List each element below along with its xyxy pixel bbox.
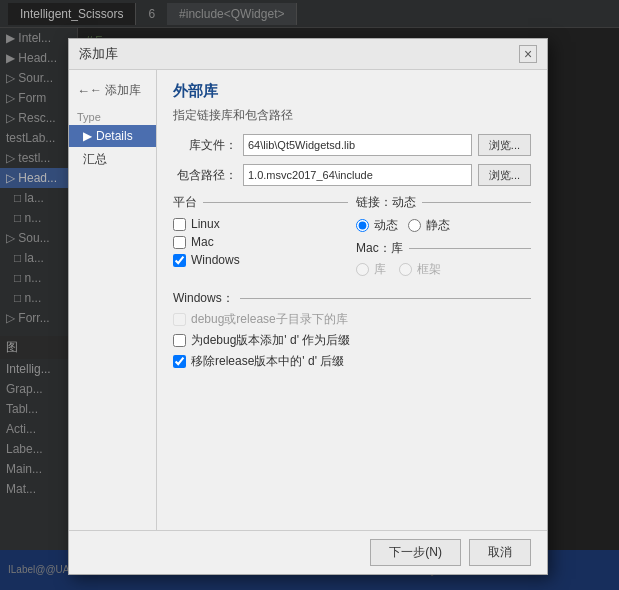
- platform-windows-label: Windows: [191, 253, 240, 267]
- close-button[interactable]: ×: [519, 45, 537, 63]
- nav-item-summary[interactable]: 汇总: [69, 147, 156, 172]
- include-path-label: 包含路径：: [173, 167, 237, 184]
- nav-item-details[interactable]: ▶ Details: [69, 125, 156, 147]
- win-remove-d-row: 移除release版本中的' d' 后缀: [173, 353, 531, 370]
- link-dynamic-row: 动态 静态: [356, 217, 531, 234]
- modal-title: 添加库: [79, 45, 118, 63]
- mac-options-row: 库 框架: [356, 261, 531, 278]
- platform-mac-checkbox[interactable]: [173, 236, 186, 249]
- back-arrow-icon: ←: [77, 83, 90, 98]
- lib-file-browse-button[interactable]: 浏览...: [478, 134, 531, 156]
- windows-section: Windows： debug或release子目录下的库 为debug版本添加'…: [173, 290, 531, 370]
- next-button[interactable]: 下一步(N): [370, 539, 461, 566]
- back-label: ← 添加库: [90, 82, 141, 99]
- back-button[interactable]: ← ← 添加库: [69, 78, 156, 103]
- nav-summary-label: 汇总: [83, 152, 107, 166]
- platform-mac-label: Mac: [191, 235, 214, 249]
- link-label: 链接：动态: [356, 194, 531, 211]
- win-add-d-row: 为debug版本添加' d' 作为后缀: [173, 332, 531, 349]
- link-dynamic-radio[interactable]: [356, 219, 369, 232]
- platform-col: 平台 Linux Mac Windows: [173, 194, 348, 282]
- win-debug-release-row: debug或release子目录下的库: [173, 311, 531, 328]
- platform-windows-row: Windows: [173, 253, 348, 267]
- modal-main-content: 外部库 指定链接库和包含路径 库文件： 浏览... 包含路径： 浏览... 平台: [157, 70, 547, 530]
- nav-details-label: Details: [96, 129, 133, 143]
- win-add-d-label: 为debug版本添加' d' 作为后缀: [191, 332, 350, 349]
- platform-windows-checkbox[interactable]: [173, 254, 186, 267]
- win-debug-release-checkbox: [173, 313, 186, 326]
- include-path-input[interactable]: [243, 164, 472, 186]
- win-remove-d-checkbox[interactable]: [173, 355, 186, 368]
- include-path-row: 包含路径： 浏览...: [173, 164, 531, 186]
- modal-footer: 下一步(N) 取消: [69, 530, 547, 574]
- link-dynamic-label: 动态: [374, 217, 398, 234]
- mac-framework-radio: [399, 263, 412, 276]
- nav-section-type: Type: [69, 103, 156, 125]
- lib-file-label: 库文件：: [173, 137, 237, 154]
- add-library-dialog: 添加库 × ← ← 添加库 Type ▶ Details 汇总 外部库 指定链接…: [68, 38, 548, 575]
- platform-linux-checkbox[interactable]: [173, 218, 186, 231]
- mac-label: Mac：库: [356, 240, 531, 257]
- lib-file-row: 库文件： 浏览...: [173, 134, 531, 156]
- modal-body: ← ← 添加库 Type ▶ Details 汇总 外部库 指定链接库和包含路径…: [69, 70, 547, 530]
- windows-label: Windows：: [173, 290, 531, 307]
- platform-mac-row: Mac: [173, 235, 348, 249]
- platform-linux-row: Linux: [173, 217, 348, 231]
- section-title: 外部库: [173, 82, 531, 101]
- modal-titlebar: 添加库 ×: [69, 39, 547, 70]
- modal-nav: ← ← 添加库 Type ▶ Details 汇总: [69, 70, 157, 530]
- mac-lib-label: 库: [374, 261, 386, 278]
- nav-arrow-icon: ▶: [83, 129, 92, 143]
- platform-linux-label: Linux: [191, 217, 220, 231]
- win-remove-d-label: 移除release版本中的' d' 后缀: [191, 353, 344, 370]
- include-path-browse-button[interactable]: 浏览...: [478, 164, 531, 186]
- section-subtitle: 指定链接库和包含路径: [173, 107, 531, 124]
- win-add-d-checkbox[interactable]: [173, 334, 186, 347]
- link-static-label: 静态: [426, 217, 450, 234]
- lib-file-input[interactable]: [243, 134, 472, 156]
- cancel-button[interactable]: 取消: [469, 539, 531, 566]
- link-col: 链接：动态 动态 静态 Mac：库 库: [348, 194, 531, 282]
- mac-section: Mac：库 库 框架: [356, 240, 531, 278]
- mac-framework-label: 框架: [417, 261, 441, 278]
- platform-link-section: 平台 Linux Mac Windows: [173, 194, 531, 282]
- platform-label: 平台: [173, 194, 348, 211]
- win-debug-release-label: debug或release子目录下的库: [191, 311, 348, 328]
- link-static-radio[interactable]: [408, 219, 421, 232]
- mac-lib-radio: [356, 263, 369, 276]
